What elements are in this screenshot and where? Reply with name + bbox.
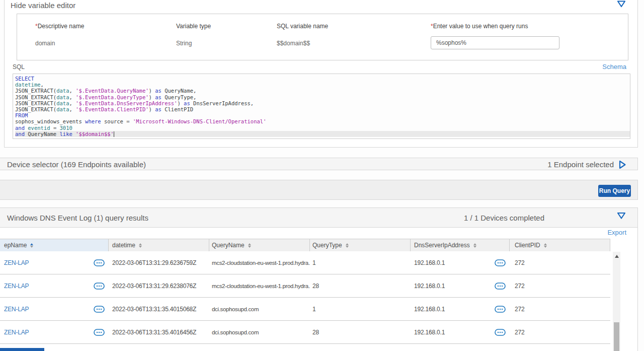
device-selector-title: Device selector (169 Endpoints available…	[7, 160, 146, 169]
ellipsis-icon[interactable]	[94, 259, 105, 266]
column-header-datetime[interactable]: datetime	[109, 239, 209, 251]
variable-type-label: Variable type	[176, 23, 211, 30]
run-query-button[interactable]: Run Query	[598, 185, 631, 197]
results-table-body: ZEN-LAP2022-03-06T13:31:29.6236759Zmcs2-…	[0, 251, 610, 351]
text-cursor	[114, 131, 114, 137]
dnsserveripaddress-cell: 192.168.0.1	[411, 274, 510, 297]
datetime-cell: 2022-03-06T13:31:35.4015068Z	[109, 298, 209, 320]
sql-code-line: sophos_windows_events where source = 'Mi…	[15, 118, 630, 124]
datetime-cell: 2022-03-06T13:31:29.6238076Z	[109, 274, 209, 297]
querytype-cell: 28	[310, 321, 411, 343]
sort-icon	[30, 243, 33, 248]
sql-code-line: and QueryName like '$$domain$$'	[15, 131, 630, 137]
epname-cell: ZEN-LAP	[0, 251, 109, 274]
sql-code-line: JSON_EXTRACT(data, '$.EventData.QueryNam…	[15, 88, 630, 94]
dnsserveripaddress-cell: 192.168.0.1	[411, 251, 510, 274]
querytype-cell: 28	[310, 274, 411, 297]
variable-value-input[interactable]	[431, 36, 559, 49]
epname-cell: ZEN-LAP	[0, 298, 109, 320]
horizontal-scrollbar-thumb[interactable]	[0, 348, 44, 351]
endpoint-link[interactable]: ZEN-LAP	[4, 259, 29, 266]
sql-code-line: JSON_EXTRACT(data, '$.EventData.ClientPI…	[15, 106, 630, 112]
sql-editor[interactable]: SELECTdatetime,JSON_EXTRACT(data, '$.Eve…	[13, 74, 630, 139]
ellipsis-icon[interactable]	[94, 306, 105, 313]
sort-icon	[346, 243, 349, 248]
device-selector-bar: Device selector (169 Endpoints available…	[0, 158, 638, 170]
chevron-down-icon[interactable]	[616, 212, 626, 222]
dnsserveripaddress-cell: 192.168.0.1	[411, 321, 510, 343]
chevron-down-icon[interactable]	[616, 0, 626, 10]
column-header-querytype[interactable]: QueryType	[310, 239, 411, 251]
endpoint-link[interactable]: ZEN-LAP	[4, 329, 29, 336]
live-discover-page: Hide variable editor *Descriptive name V…	[0, 0, 644, 351]
ellipsis-icon[interactable]	[94, 329, 105, 336]
devices-completed-status: 1 / 1 Devices completed	[464, 214, 544, 222]
clientpid-cell: 272	[510, 344, 610, 351]
sql-code-line: JSON_EXTRACT(data, '$.EventData.QueryTyp…	[15, 94, 630, 100]
table-row: ZEN-LAP2022-03-06T13:31:35.4015068Zdci.s…	[0, 298, 610, 321]
sql-code-line: SELECT	[15, 76, 630, 82]
sort-icon	[473, 243, 476, 248]
dns-value: 192.168.0.1	[414, 329, 445, 336]
sort-icon	[544, 243, 547, 248]
dnsserveripaddress-cell: 192.168.0.1	[411, 298, 510, 320]
epname-cell: ZEN-LAP	[0, 321, 109, 343]
queryname-cell: mcs2-cloudstation-eu-west-1.prod.hydra..…	[209, 274, 310, 297]
ellipsis-icon[interactable]	[495, 283, 506, 290]
descriptive-name-label: *Descriptive name	[35, 23, 84, 30]
endpoint-link[interactable]: ZEN-LAP	[4, 283, 29, 290]
results-table-header: epName datetime QueryName QueryType DnsS…	[0, 239, 610, 252]
variable-name-value: domain	[35, 40, 55, 47]
queryname-cell: dci.sophosupd.com	[209, 298, 310, 320]
vertical-scrollbar-thumb[interactable]	[614, 322, 619, 351]
queryname-cell: dci.sophosupd.com	[209, 321, 310, 343]
clientpid-cell: 272	[510, 298, 610, 320]
ellipsis-icon[interactable]	[495, 259, 506, 266]
sql-label: SQL	[13, 63, 25, 71]
column-header-queryname[interactable]: QueryName	[209, 239, 310, 251]
chevron-right-icon[interactable]	[618, 160, 626, 172]
datetime-cell: 2022-03-06T13:31:29.6236759Z	[109, 251, 209, 274]
ellipsis-icon[interactable]	[495, 329, 506, 336]
vertical-scrollbar[interactable]	[613, 252, 620, 351]
column-header-clientpid[interactable]: ClientPID	[510, 239, 610, 251]
clientpid-cell: 272	[510, 251, 610, 274]
queryname-cell: d1.sophosupd.com	[209, 344, 310, 351]
endpoint-link[interactable]: ZEN-LAP	[4, 306, 29, 313]
sort-icon	[248, 243, 251, 248]
queryname-cell: mcs2-cloudstation-eu-west-1.prod.hydra..…	[209, 251, 310, 274]
epname-cell: ZEN-LAP	[0, 274, 109, 297]
sql-code-line: FROM	[15, 112, 630, 118]
ellipsis-icon[interactable]	[94, 283, 105, 290]
run-query-strip: Run Query	[0, 180, 638, 200]
dns-value: 192.168.0.1	[414, 306, 445, 313]
dns-value: 192.168.0.1	[414, 283, 445, 290]
table-row: ZEN-LAP2022-03-06T13:31:35.4016456Zdci.s…	[0, 321, 610, 344]
querytype-cell: 1	[310, 298, 411, 320]
enter-value-label: *Enter value to use when query runs	[431, 23, 528, 30]
dns-value: 192.168.0.1	[414, 259, 445, 266]
variable-editor-panel: Hide variable editor *Descriptive name V…	[4, 0, 638, 148]
column-header-epname[interactable]: epName	[0, 239, 109, 251]
variable-editor-toggle[interactable]: Hide variable editor	[11, 1, 75, 10]
variable-type-value: String	[176, 40, 192, 47]
results-title: Windows DNS Event Log (1) query results	[7, 214, 148, 222]
export-link[interactable]: Export	[607, 229, 626, 236]
table-row: ZEN-LAP2022-03-06T13:31:29.6238076Zmcs2-…	[0, 274, 610, 298]
sql-variable-name-label: SQL variable name	[277, 23, 328, 30]
datetime-cell: 2022-03-06T13:31:35.5925557Z	[109, 344, 209, 351]
clientpid-cell: 272	[510, 321, 610, 343]
scroll-up-icon[interactable]	[615, 255, 619, 258]
sql-code-line: and eventid = 3010	[15, 125, 630, 131]
clientpid-cell: 272	[510, 274, 610, 297]
datetime-cell: 2022-03-06T13:31:35.4016456Z	[109, 321, 209, 343]
results-header: Windows DNS Event Log (1) query results …	[0, 207, 637, 228]
schema-link[interactable]: Schema	[602, 63, 626, 71]
ellipsis-icon[interactable]	[495, 306, 506, 313]
sql-code-line: JSON_EXTRACT(data, '$.EventData.DnsServe…	[15, 100, 630, 106]
sql-code[interactable]: SELECTdatetime,JSON_EXTRACT(data, '$.Eve…	[13, 74, 630, 137]
querytype-cell: 1	[310, 251, 411, 274]
table-row: ZEN-LAP2022-03-06T13:31:35.5925557Zd1.so…	[0, 344, 610, 351]
column-header-dnsserveripaddress[interactable]: DnsServerIpAddress	[411, 239, 510, 251]
querytype-cell: 1	[310, 344, 411, 351]
